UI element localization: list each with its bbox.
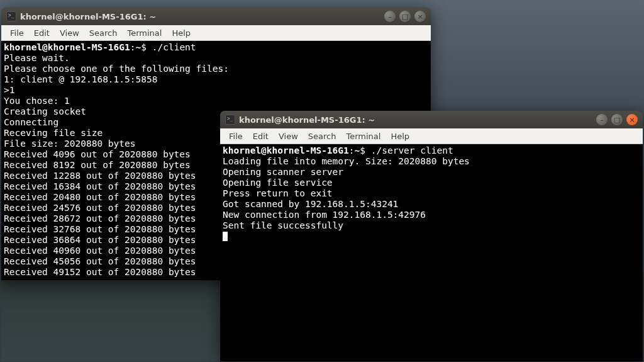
close-button[interactable]: × [414, 11, 426, 22]
maximize-icon: □ [614, 116, 620, 124]
menu-search[interactable]: Search [303, 130, 341, 143]
terminal-output[interactable]: khornel@khornel-MS-16G1:~$ ./server clie… [220, 144, 643, 361]
window-controls: – □ × [384, 11, 426, 22]
maximize-button[interactable]: □ [399, 11, 411, 22]
cursor-icon [223, 232, 228, 241]
output-line: 1: client @ 192.168.1.5:5858 [4, 74, 428, 85]
terminal-app-icon [6, 11, 16, 21]
output-line: New connection from 192.168.1.5:42976 [223, 210, 640, 220]
minimize-button[interactable]: – [384, 11, 396, 22]
output-line: You chose: 1 [4, 96, 428, 106]
menu-view[interactable]: View [274, 130, 303, 143]
close-icon: × [417, 13, 423, 21]
output-line: Sent file successfully [223, 220, 640, 231]
menubar: File Edit View Search Terminal Help [1, 25, 431, 41]
titlebar[interactable]: khornel@khornel-MS-16G1: ~ – □ × [1, 8, 431, 25]
terminal-app-icon [225, 115, 235, 125]
minimize-icon: – [388, 13, 392, 21]
prompt-line: khornel@khornel-MS-16G1:~$ ./client [4, 42, 428, 53]
output-line: Press return to exit [223, 188, 640, 199]
menu-terminal[interactable]: Terminal [122, 26, 167, 40]
output-line: Got scanned by 192.168.1.5:43241 [223, 199, 640, 210]
output-line: >1 [4, 85, 428, 96]
menu-file[interactable]: File [224, 130, 248, 143]
output-line: Loading file into memory. Size: 2020880 … [223, 156, 640, 167]
menubar: File Edit View Search Terminal Help [220, 128, 643, 144]
titlebar[interactable]: khornel@khornel-MS-16G1: ~ – □ × [220, 111, 643, 128]
window-title: khornel@khornel-MS-16G1: ~ [20, 12, 384, 21]
menu-terminal[interactable]: Terminal [341, 130, 386, 143]
output-line: Opening scanner server [223, 167, 640, 178]
output-line: Please wait. [4, 53, 428, 64]
maximize-icon: □ [402, 13, 408, 21]
window-title: khornel@khornel-MS-16G1: ~ [239, 115, 596, 125]
menu-edit[interactable]: Edit [29, 26, 55, 40]
menu-help[interactable]: Help [167, 26, 196, 40]
menu-help[interactable]: Help [386, 130, 414, 143]
cursor-line [223, 231, 640, 242]
terminal-window-server: khornel@khornel-MS-16G1: ~ – □ × File Ed… [220, 111, 643, 361]
maximize-button[interactable]: □ [611, 114, 623, 125]
minimize-icon: – [600, 116, 604, 124]
menu-file[interactable]: File [5, 26, 29, 40]
output-line: Opening file service [223, 178, 640, 188]
minimize-button[interactable]: – [596, 114, 608, 125]
menu-search[interactable]: Search [84, 26, 123, 40]
window-controls: – □ × [596, 114, 638, 125]
menu-view[interactable]: View [55, 26, 84, 40]
close-button[interactable]: × [626, 114, 638, 125]
menu-edit[interactable]: Edit [248, 130, 274, 143]
output-line: Please choose one of the following files… [4, 64, 428, 74]
prompt-line: khornel@khornel-MS-16G1:~$ ./server clie… [223, 145, 640, 156]
close-icon: × [629, 116, 635, 124]
